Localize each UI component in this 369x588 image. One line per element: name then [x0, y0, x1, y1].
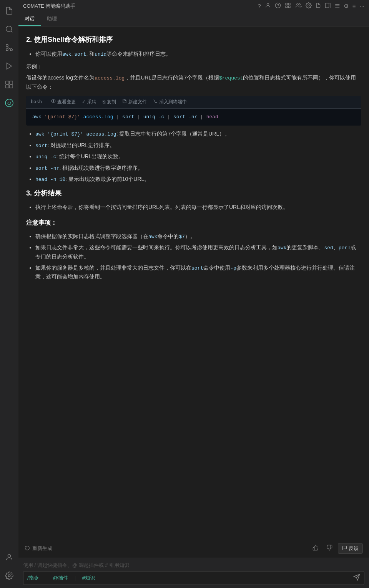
code-block: bash 查看变更 ✓ 采纳 ⎘ 复制 — [26, 96, 361, 126]
explanation-awk: awk '{print $7}' access.log: 提取日志中每行的第7个… — [35, 129, 361, 138]
code-action-new-file[interactable]: 新建文件 — [119, 98, 150, 107]
activity-source-control-icon[interactable] — [2, 40, 17, 55]
input-divider2: ｜ — [73, 575, 78, 581]
insert-terminal-label: 插入到终端中 — [159, 98, 187, 106]
sort-nr-desc: : 根据出现次数进行数字逆序排序。 — [59, 165, 143, 171]
thumbs-down-btn[interactable] — [324, 543, 335, 554]
activity-settings-icon[interactable] — [2, 568, 17, 583]
svg-point-14 — [8, 575, 10, 577]
svg-point-26 — [53, 100, 54, 101]
header-person-icon[interactable] — [265, 2, 271, 10]
regenerate-btn[interactable]: 重新生成 — [25, 545, 52, 552]
explanation-sort-nr: sort -nr: 根据出现次数进行数字逆序排序。 — [35, 164, 361, 172]
awk-desc: : 提取日志中每行的第7个字段（通常是URL）。 — [116, 131, 230, 137]
activity-run-icon[interactable] — [2, 58, 17, 74]
note-item-1: 确保根据你的实际日志格式调整字段选择器（在awk命令中的$7）。 — [35, 232, 361, 241]
cmd-awk: awk — [62, 51, 71, 57]
uniq-desc: : 统计每个URL出现的次数。 — [57, 153, 124, 159]
explanation-sort: sort: 对提取出的URL进行排序。 — [35, 141, 361, 150]
header-grid-icon[interactable] — [285, 2, 291, 10]
note-p-ref: -p — [230, 265, 236, 271]
code-filename: access.log — [95, 75, 125, 81]
note-perl-ref: perl — [339, 245, 351, 251]
activity-bar — [0, 0, 18, 588]
header-help-icon[interactable]: ? — [258, 3, 261, 9]
send-button[interactable] — [353, 574, 360, 582]
section3-bullets: 执行上述命令后，你将看到一个按访问量排序的URL列表。列表的每一行都显示了URL… — [26, 203, 361, 212]
note-sort-ref: sort — [191, 265, 203, 271]
activity-search-icon[interactable] — [2, 22, 17, 37]
svg-point-11 — [8, 102, 8, 103]
input-placeholder: 使用 / 调起快捷指令、@ 调起插件或 # 引用知识 — [23, 562, 364, 569]
header-more-icon[interactable]: ··· — [359, 3, 364, 9]
svg-point-10 — [5, 99, 13, 107]
note-sed-ref: sed — [324, 245, 333, 251]
header-settings2-icon[interactable]: ⚙ — [344, 3, 349, 10]
main-panel: COMATE 智能编码助手 ? — [18, 0, 369, 588]
svg-point-15 — [267, 3, 269, 5]
copy-label: 复制 — [107, 98, 116, 106]
feedback-btn[interactable]: 反馈 — [338, 543, 363, 554]
input-tag-command[interactable]: /指令 — [27, 575, 39, 581]
note-awk-ref: awk — [148, 234, 157, 240]
activity-files-icon[interactable] — [2, 3, 17, 18]
svg-point-22 — [296, 3, 298, 5]
svg-rect-19 — [288, 3, 290, 5]
activity-account-icon[interactable] — [2, 550, 17, 565]
header-file-icon[interactable] — [316, 2, 321, 10]
section2-heading: 使用Shell命令解析和排序 — [34, 36, 113, 43]
code-lang: bash — [31, 98, 42, 106]
new-file-label: 新建文件 — [128, 98, 147, 106]
cmd-sort: sort — [74, 51, 86, 57]
svg-rect-6 — [6, 81, 9, 84]
svg-rect-25 — [325, 3, 329, 8]
svg-point-23 — [299, 3, 300, 5]
example-label: 示例： — [26, 62, 361, 71]
code-action-insert-terminal[interactable]: 插入到终端中 — [150, 98, 190, 107]
svg-line-1 — [11, 31, 12, 32]
header-title: COMATE 智能编码助手 — [23, 3, 75, 10]
section2-intro-list: 你可以使用awk, sort, 和uniq等命令来解析和排序日志。 — [26, 50, 361, 58]
content-area: 2. 使用Shell命令解析和排序 你可以使用awk, sort, 和uniq等… — [18, 27, 369, 539]
header-menu2-icon[interactable]: ≡ — [352, 3, 356, 9]
code-head: head -n 10 — [35, 177, 65, 182]
input-row[interactable]: /指令 ｜ @插件 ｜ #知识 — [23, 571, 364, 585]
section3-item1: 执行上述命令后，你将看到一个按访问量排序的URL列表。列表的每一行都显示了URL… — [35, 203, 361, 212]
code-action-adopt[interactable]: ✓ 采纳 — [79, 98, 100, 107]
activity-comate-icon[interactable] — [2, 95, 17, 111]
input-tag-plugin[interactable]: @插件 — [53, 575, 68, 581]
terminal-icon — [153, 98, 158, 106]
regenerate-label: 重新生成 — [32, 545, 52, 552]
header-question-icon[interactable] — [275, 2, 281, 10]
feedback-icon — [342, 545, 347, 552]
activity-extensions-icon[interactable] — [2, 77, 17, 92]
svg-rect-9 — [10, 85, 13, 88]
header-pages-icon[interactable] — [325, 2, 331, 10]
note-item-3: 如果你的服务器是多核的，并且处理非常大的日志文件，你可以在sort命令中使用-p… — [35, 263, 361, 282]
svg-rect-8 — [6, 85, 9, 88]
svg-rect-18 — [286, 3, 288, 5]
header-gear-icon[interactable] — [306, 2, 312, 10]
section3-title: 3. 分析结果 — [26, 188, 361, 199]
notes-title: 注意事项： — [26, 218, 361, 228]
svg-point-0 — [6, 26, 12, 32]
thumbs-up-btn[interactable] — [310, 543, 321, 554]
input-divider1: ｜ — [43, 575, 48, 581]
note-awk-ref2: awk — [278, 245, 286, 251]
section2-number: 2. — [26, 36, 34, 43]
copy-icon: ⎘ — [103, 98, 105, 106]
tab-dialog[interactable]: 对话 — [18, 12, 41, 26]
svg-marker-5 — [7, 63, 12, 70]
code-action-copy[interactable]: ⎘ 复制 — [100, 98, 119, 107]
code-sort-nr: sort -nr — [35, 166, 59, 171]
header-menu-icon[interactable]: ☰ — [335, 3, 340, 10]
input-tag-knowledge[interactable]: #知识 — [82, 575, 95, 581]
code-action-view-changes[interactable]: 查看变更 — [48, 98, 79, 107]
section3-heading: 3. 分析结果 — [26, 189, 62, 197]
adopt-label: 采纳 — [87, 98, 96, 106]
code-body: awk '{print $7}' access.log | sort | uni… — [26, 109, 361, 126]
sort-desc: : 对提取出的URL进行排序。 — [47, 142, 115, 148]
explanation-uniq: uniq -c: 统计每个URL出现的次数。 — [35, 152, 361, 161]
header-people-icon[interactable] — [295, 2, 302, 10]
tab-assistant[interactable]: 助理 — [41, 12, 63, 26]
